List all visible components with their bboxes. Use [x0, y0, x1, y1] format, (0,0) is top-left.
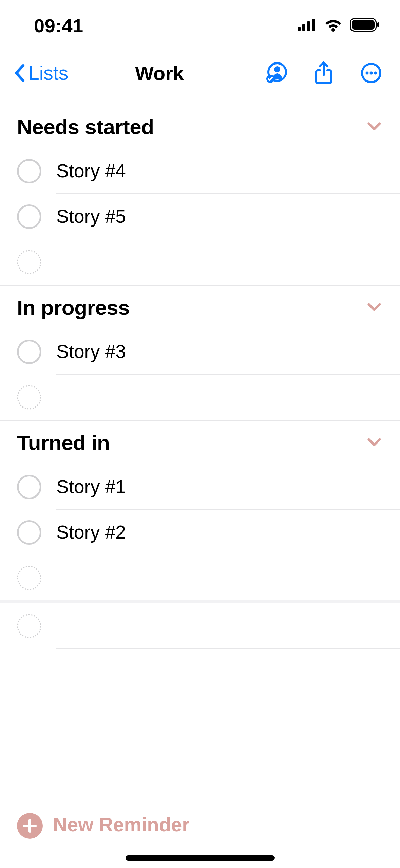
reminder-row[interactable]: Story #1 — [0, 464, 400, 510]
svg-rect-0 — [298, 27, 301, 31]
reminder-title: Story #4 — [56, 160, 126, 182]
collaborate-button[interactable] — [264, 61, 288, 85]
svg-rect-1 — [302, 24, 305, 31]
add-item-row[interactable] — [0, 603, 400, 649]
complete-toggle[interactable] — [17, 159, 41, 183]
plus-icon — [22, 818, 37, 833]
svg-point-9 — [274, 66, 280, 72]
share-icon — [314, 61, 334, 85]
more-button[interactable] — [359, 61, 383, 85]
svg-point-13 — [366, 72, 369, 75]
reminder-row[interactable]: Story #4 — [0, 148, 400, 194]
ellipsis-circle-icon — [361, 62, 382, 84]
new-reminder-label[interactable]: New Reminder — [53, 813, 190, 836]
status-bar: 09:41 — [0, 0, 400, 51]
battery-icon — [350, 18, 380, 33]
add-placeholder-icon — [17, 566, 41, 590]
chevron-left-icon — [14, 64, 26, 83]
chevron-down-icon — [367, 302, 382, 313]
section-needs-started: Needs started Story #4 Story #5 — [0, 105, 400, 285]
complete-toggle[interactable] — [17, 475, 41, 499]
add-placeholder-icon — [17, 385, 41, 410]
home-indicator[interactable] — [126, 855, 275, 861]
add-placeholder-icon — [17, 250, 41, 274]
svg-point-4 — [331, 28, 335, 32]
svg-rect-3 — [312, 19, 315, 31]
chevron-down-icon — [367, 437, 382, 448]
reminder-row[interactable]: Story #3 — [0, 329, 400, 375]
nav-bar: Lists Work — [0, 51, 400, 95]
svg-point-15 — [374, 72, 377, 75]
wifi-icon — [324, 18, 342, 33]
svg-rect-2 — [307, 21, 310, 31]
reminder-title: Story #2 — [56, 521, 126, 543]
reminder-row[interactable]: Story #5 — [0, 194, 400, 239]
chevron-down-icon — [367, 122, 382, 132]
complete-toggle[interactable] — [17, 340, 41, 364]
section-in-progress: In progress Story #3 — [0, 286, 400, 420]
complete-toggle[interactable] — [17, 520, 41, 545]
reminder-title: Story #5 — [56, 205, 126, 227]
status-time: 09:41 — [34, 15, 83, 37]
section-header[interactable]: Needs started — [0, 105, 400, 148]
cellular-icon — [298, 19, 317, 32]
section-title: Needs started — [17, 115, 154, 139]
add-item-row[interactable] — [0, 239, 400, 285]
svg-point-14 — [370, 72, 373, 75]
share-button[interactable] — [312, 61, 336, 85]
svg-rect-6 — [352, 20, 375, 30]
new-reminder-button[interactable] — [17, 813, 43, 839]
section-title: In progress — [17, 295, 130, 320]
add-placeholder-icon — [17, 614, 41, 638]
section-header[interactable]: In progress — [0, 286, 400, 329]
svg-rect-7 — [377, 22, 379, 27]
reminder-title: Story #1 — [56, 476, 126, 498]
page-title: Work — [55, 62, 264, 85]
complete-toggle[interactable] — [17, 204, 41, 229]
reminder-row[interactable]: Story #2 — [0, 510, 400, 555]
section-title: Turned in — [17, 431, 110, 455]
section-header[interactable]: Turned in — [0, 421, 400, 464]
list-content: Needs started Story #4 Story #5 In — [0, 95, 400, 649]
reminder-title: Story #3 — [56, 341, 126, 362]
add-item-row[interactable] — [0, 375, 400, 420]
person-share-icon — [265, 62, 287, 84]
status-indicators — [298, 18, 380, 33]
add-item-row[interactable] — [0, 555, 400, 601]
section-turned-in: Turned in Story #1 Story #2 — [0, 421, 400, 601]
